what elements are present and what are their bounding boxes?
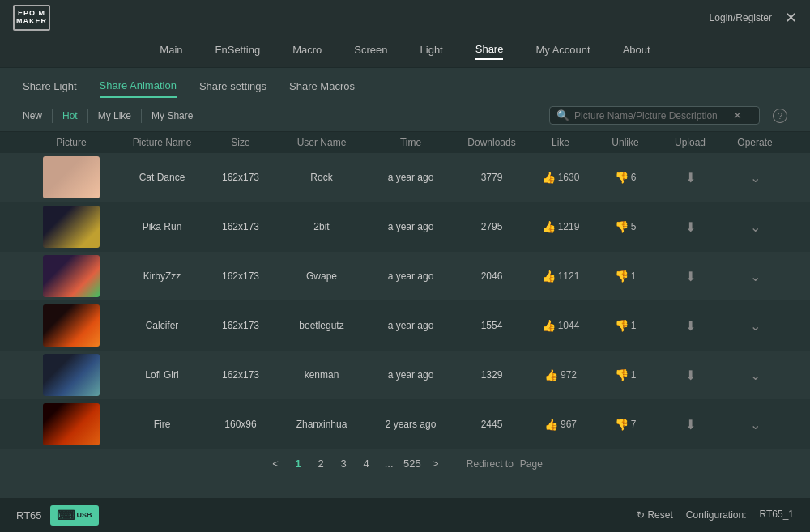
thumbup-icon: 👍	[544, 368, 558, 381]
download-icon[interactable]: ⬇	[685, 220, 696, 234]
subtab-share-light[interactable]: Share Light	[23, 80, 77, 97]
cell-operate[interactable]: ⌄	[723, 170, 787, 185]
cell-like[interactable]: 👍 1121	[528, 270, 593, 283]
filter-hot[interactable]: Hot	[53, 109, 88, 123]
col-like: Like	[528, 137, 593, 148]
thumbdown-icon: 👎	[615, 171, 629, 184]
cell-like[interactable]: 👍 972	[528, 368, 593, 381]
page-next[interactable]: >	[428, 458, 444, 470]
cell-size: 162x173	[204, 270, 277, 282]
cell-size: 162x173	[204, 320, 277, 331]
cell-unlike[interactable]: 👎 7	[593, 418, 658, 431]
thumbnail[interactable]	[43, 255, 100, 297]
thumbnail[interactable]	[43, 304, 100, 347]
chevron-down-icon[interactable]: ⌄	[750, 270, 761, 283]
cell-downloads: 2046	[455, 270, 528, 282]
cell-upload[interactable]: ⬇	[658, 170, 723, 185]
thumbnail[interactable]	[43, 403, 100, 445]
cell-operate[interactable]: ⌄	[723, 219, 787, 235]
filter-row: New Hot My Like My Share 🔍 ✕ ?	[0, 98, 810, 131]
thumbnail[interactable]	[43, 206, 100, 248]
nav-item-main[interactable]: Main	[160, 44, 182, 59]
nav-item-macro[interactable]: Macro	[292, 44, 322, 59]
chevron-down-icon[interactable]: ⌄	[750, 171, 761, 185]
cell-upload[interactable]: ⬇	[658, 219, 723, 235]
cell-upload[interactable]: ⬇	[658, 417, 723, 432]
download-icon[interactable]: ⬇	[685, 270, 696, 283]
nav-item-fnsetting[interactable]: FnSetting	[215, 44, 261, 59]
login-register-button[interactable]: Login/Register	[710, 12, 772, 23]
thumbdown-icon: 👎	[615, 418, 629, 431]
cell-like[interactable]: 👍 967	[528, 418, 593, 431]
subtab-share-animation[interactable]: Share Animation	[100, 79, 177, 98]
cell-unlike[interactable]: 👎 5	[593, 220, 658, 233]
cell-operate[interactable]: ⌄	[723, 417, 787, 432]
cell-unlike[interactable]: 👎 1	[593, 319, 658, 332]
close-button[interactable]: ✕	[785, 11, 797, 25]
nav-item-share[interactable]: Share	[475, 43, 504, 60]
page-4[interactable]: 4	[358, 458, 374, 470]
col-picture: Picture	[23, 137, 120, 148]
col-size: Size	[204, 137, 277, 148]
thumbup-icon: 👍	[544, 418, 558, 431]
usb-icon: ⌨ USB	[50, 505, 99, 526]
download-icon[interactable]: ⬇	[685, 171, 696, 185]
download-icon[interactable]: ⬇	[685, 418, 696, 432]
filter-mylike[interactable]: My Like	[88, 109, 142, 123]
reset-button[interactable]: ↻ Reset	[637, 509, 673, 521]
cell-operate[interactable]: ⌄	[723, 368, 787, 383]
chevron-down-icon[interactable]: ⌄	[750, 319, 761, 333]
like-count: 1219	[558, 221, 580, 232]
chevron-down-icon[interactable]: ⌄	[750, 220, 761, 234]
cell-username: 2bit	[277, 221, 366, 232]
download-icon[interactable]: ⬇	[685, 319, 696, 333]
cell-downloads: 2445	[455, 419, 528, 430]
page-525[interactable]: 525	[403, 458, 421, 470]
search-help-icon[interactable]: ?	[773, 109, 787, 123]
cell-unlike[interactable]: 👎 1	[593, 270, 658, 283]
download-icon[interactable]: ⬇	[685, 368, 696, 382]
search-input[interactable]	[574, 110, 728, 121]
cell-upload[interactable]: ⬇	[658, 269, 723, 284]
subtab-share-settings[interactable]: Share settings	[199, 80, 266, 97]
thumbnail[interactable]	[43, 354, 100, 396]
cell-thumb	[23, 255, 120, 297]
cell-unlike[interactable]: 👎 6	[593, 171, 658, 184]
cell-like[interactable]: 👍 1044	[528, 319, 593, 332]
cell-operate[interactable]: ⌄	[723, 269, 787, 284]
cell-username: beetlegutz	[277, 320, 366, 331]
cell-size: 160x96	[204, 419, 277, 430]
like-count: 1121	[558, 270, 580, 282]
cell-time: a year ago	[366, 320, 455, 331]
col-unlike: Unlike	[593, 137, 658, 148]
search-clear-icon[interactable]: ✕	[733, 109, 742, 121]
nav-item-screen[interactable]: Screen	[354, 44, 387, 59]
table-row: Lofi Girl 162x173 kenman a year ago 1329…	[0, 351, 810, 400]
page-prev[interactable]: <	[267, 458, 284, 470]
cell-like[interactable]: 👍 1630	[528, 171, 593, 184]
nav-item-about[interactable]: About	[623, 44, 650, 59]
filter-new[interactable]: New	[23, 109, 53, 123]
thumbdown-icon: 👎	[615, 220, 629, 233]
nav-item-light[interactable]: Light	[420, 44, 443, 59]
cell-unlike[interactable]: 👎 1	[593, 368, 658, 381]
cell-like[interactable]: 👍 1219	[528, 220, 593, 233]
thumbdown-icon: 👎	[615, 319, 629, 332]
page-2[interactable]: 2	[313, 458, 329, 470]
device-name: RT65	[16, 509, 42, 521]
cell-upload[interactable]: ⬇	[658, 318, 723, 334]
subtab-share-macros[interactable]: Share Macros	[289, 80, 355, 97]
filter-myshare[interactable]: My Share	[142, 109, 202, 123]
thumbnail[interactable]	[43, 156, 100, 198]
page-1[interactable]: 1	[290, 458, 306, 470]
cell-downloads: 3779	[455, 172, 528, 183]
like-count: 972	[561, 369, 577, 381]
cell-operate[interactable]: ⌄	[723, 318, 787, 334]
nav-item-myaccount[interactable]: My Account	[535, 44, 590, 59]
cell-upload[interactable]: ⬇	[658, 368, 723, 383]
chevron-down-icon[interactable]: ⌄	[750, 418, 761, 432]
thumbdown-icon: 👎	[615, 368, 629, 381]
pagination: < 1 2 3 4 ... 525 > Redirect to Page	[0, 449, 810, 473]
chevron-down-icon[interactable]: ⌄	[750, 368, 761, 382]
page-3[interactable]: 3	[335, 458, 352, 470]
